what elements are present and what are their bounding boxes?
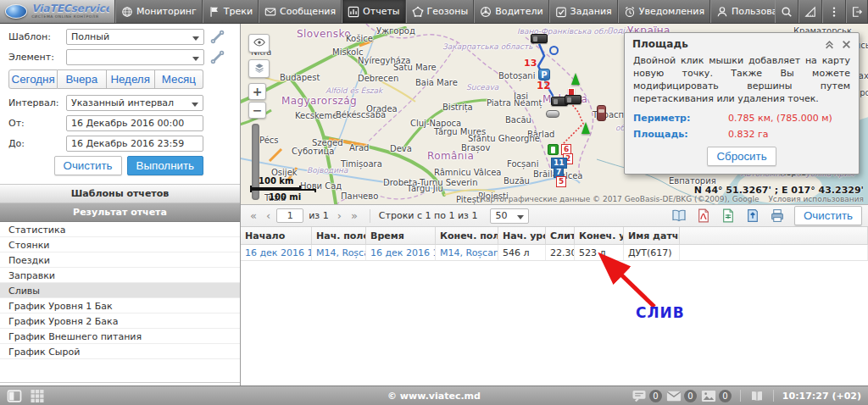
table-cell[interactable]: M14, Roșcani bbox=[312, 245, 366, 260]
nav-item-alarm[interactable]: Уведомления bbox=[618, 0, 710, 23]
quick-range-button[interactable]: Сегодня bbox=[8, 69, 58, 89]
report-section-item[interactable]: Статистика bbox=[0, 222, 240, 237]
templates-header[interactable]: Шаблоны отчетов bbox=[0, 184, 240, 203]
to-date-input[interactable]: 16 Декабрь 2016 23:59 bbox=[66, 136, 203, 152]
parking-marker[interactable]: P bbox=[538, 69, 550, 80]
page-count-label: из 1 bbox=[309, 210, 329, 221]
toolbar-separator bbox=[370, 209, 370, 223]
interval-select[interactable]: Указанный интервал bbox=[66, 95, 203, 111]
grid-toggle-icon[interactable] bbox=[30, 390, 45, 402]
report-section-item[interactable]: Стоянки bbox=[0, 237, 240, 252]
print-icon[interactable] bbox=[770, 208, 785, 223]
layers-icon bbox=[253, 63, 265, 75]
logo-text: ViaTECservice СИСТЕМА ONLINE КОНТРОЛЯ bbox=[31, 3, 109, 19]
quick-range-button[interactable]: Вчера bbox=[58, 69, 106, 89]
photo-counter[interactable]: 0 bbox=[701, 390, 732, 402]
search-button[interactable] bbox=[775, 0, 798, 23]
last-page-button[interactable]: » bbox=[348, 210, 361, 221]
car-marker[interactable] bbox=[597, 105, 606, 121]
map-scale: 100 km 100 mi bbox=[250, 176, 316, 202]
report-book-icon[interactable] bbox=[671, 208, 687, 223]
nav-item-user[interactable]: Пользовател bbox=[710, 0, 775, 23]
map-label: Magyarország bbox=[281, 95, 357, 107]
map-label: Brașov bbox=[461, 143, 490, 153]
log-book-icon[interactable] bbox=[749, 390, 765, 402]
sms-counter[interactable]: 0 bbox=[632, 390, 662, 402]
element-wrench-icon[interactable] bbox=[210, 50, 229, 65]
table-cell[interactable]: M14, Roșcani bbox=[436, 245, 498, 260]
report-section-item[interactable]: График Внешнего питания bbox=[0, 329, 240, 344]
map-attribution: Картографические данные © 2017 GeoBasis-… bbox=[481, 195, 864, 203]
nav-item-label: Задания bbox=[570, 6, 612, 17]
tank-marker[interactable] bbox=[546, 110, 559, 118]
truck-marker[interactable] bbox=[531, 34, 548, 43]
reset-area-button[interactable]: Сбросить bbox=[707, 147, 776, 166]
attribution-terms-link[interactable]: Условия использования bbox=[768, 195, 864, 203]
execute-button[interactable]: Выполнить bbox=[127, 156, 203, 175]
report-sections-list: СтатистикаСтоянкиПоездкиЗаправкиСливыГра… bbox=[0, 222, 240, 382]
ring-marker[interactable] bbox=[549, 46, 559, 55]
map-visibility-button[interactable] bbox=[248, 34, 270, 53]
zoom-in-button[interactable]: + bbox=[248, 83, 266, 100]
cone-marker[interactable] bbox=[581, 122, 590, 134]
export-file-icon[interactable] bbox=[745, 208, 760, 223]
template-select[interactable]: Полный bbox=[66, 29, 204, 45]
map[interactable]: + − 100 km 100 mi N 44° 51.3267' ; E 017… bbox=[241, 24, 868, 205]
report-section-item[interactable]: Заправки bbox=[0, 268, 240, 283]
nav-item-globe[interactable]: Мониторинг bbox=[115, 0, 203, 23]
from-date-input[interactable]: 16 Декабрь 2016 00:00 bbox=[66, 115, 203, 131]
topbar-tools bbox=[775, 0, 868, 23]
report-section-item[interactable]: Поездки bbox=[0, 252, 240, 268]
template-wrench-icon[interactable] bbox=[210, 30, 229, 45]
numred-marker[interactable]: 12 bbox=[537, 80, 551, 92]
element-select[interactable] bbox=[66, 49, 204, 65]
map-label: Budapest bbox=[280, 73, 320, 82]
page-number-input[interactable]: 1 bbox=[276, 208, 303, 223]
next-page-button[interactable]: › bbox=[334, 210, 345, 221]
nav-item-chart[interactable]: Отчеты bbox=[342, 0, 405, 23]
close-icon[interactable] bbox=[842, 40, 851, 49]
report-section-item[interactable]: График Сырой bbox=[0, 344, 240, 359]
prev-page-button[interactable]: ‹ bbox=[263, 210, 274, 221]
quick-range-button[interactable]: Неделя bbox=[107, 69, 155, 89]
nav-item-envelope[interactable]: Сообщения bbox=[259, 0, 342, 23]
first-page-button[interactable]: « bbox=[247, 210, 260, 221]
panel-toggle-icon[interactable] bbox=[7, 390, 22, 402]
clear-report-button[interactable]: Очистить bbox=[794, 206, 862, 225]
nav-item-flag[interactable]: Треки bbox=[203, 0, 259, 23]
badge-red-marker[interactable]: 5 bbox=[556, 176, 566, 187]
map-layers-button[interactable] bbox=[248, 59, 270, 78]
report-section-item[interactable]: Сливы bbox=[0, 283, 240, 298]
page-size-select[interactable]: 50 bbox=[490, 208, 529, 224]
report-section-item[interactable]: График Уровня 2 Бака bbox=[0, 313, 240, 329]
search-icon bbox=[781, 6, 793, 18]
report-section-item[interactable]: График Уровня 1 Бак bbox=[0, 298, 240, 313]
export-pdf-icon[interactable] bbox=[696, 208, 711, 223]
export-excel-icon[interactable] bbox=[721, 208, 736, 223]
column-header-filler bbox=[680, 227, 868, 244]
collapse-icon[interactable] bbox=[825, 40, 834, 49]
table-cell[interactable]: 16 дек 2016 19:24:35 bbox=[366, 245, 436, 260]
nav-item-label: Отчеты bbox=[363, 6, 399, 17]
nav-item-task[interactable]: Задания bbox=[549, 0, 618, 23]
clear-form-button[interactable]: Очистить bbox=[54, 156, 122, 175]
mail-counter[interactable]: 0 bbox=[666, 390, 697, 402]
ruler-button[interactable] bbox=[798, 0, 822, 23]
zoom-out-button[interactable]: − bbox=[248, 102, 266, 119]
fuel-marker[interactable] bbox=[548, 144, 559, 155]
table-cell[interactable]: 16 дек 2016 19:20:33 bbox=[241, 245, 312, 260]
photo-icon bbox=[701, 390, 716, 402]
table-row[interactable]: 16 дек 2016 19:20:33M14, Roșcani16 дек 2… bbox=[241, 245, 868, 261]
quick-range-button[interactable]: Месяц bbox=[155, 69, 203, 89]
from-date-value: 16 Декабрь 2016 00:00 bbox=[71, 118, 184, 129]
nav-item-polygon[interactable]: Геозоны bbox=[406, 0, 475, 23]
truck-marker[interactable] bbox=[565, 95, 581, 104]
more-button[interactable] bbox=[822, 0, 846, 23]
cone-marker[interactable] bbox=[571, 73, 580, 85]
result-header[interactable]: Результат отчета bbox=[0, 203, 240, 222]
exit-button[interactable] bbox=[846, 0, 868, 23]
rows-info-label: Строки с 1 по 1 из 1 bbox=[379, 210, 478, 221]
ruler-icon bbox=[804, 6, 816, 18]
nav-item-wheel[interactable]: Водители bbox=[474, 0, 548, 23]
flag-marker[interactable]: 13 bbox=[524, 58, 537, 69]
